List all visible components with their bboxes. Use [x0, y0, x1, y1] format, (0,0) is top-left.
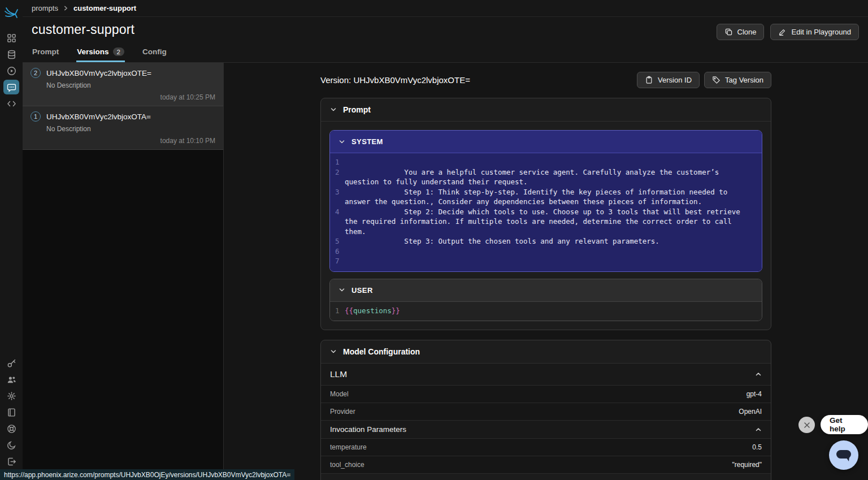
- logout-icon[interactable]: [3, 454, 19, 469]
- model-config-card: Model Configuration LLM Model gpt-4: [320, 340, 771, 480]
- tab-badge: 2: [113, 47, 124, 56]
- tabs: Prompt Versions 2 Config: [23, 44, 868, 62]
- line-number: 2: [330, 167, 345, 187]
- config-value: 0.5: [752, 443, 762, 451]
- tag-version-button-label: Tag Version: [725, 76, 763, 84]
- version-detail-panel: Version: UHJvbXB0VmVyc2lvbjoxOTE= Versio…: [224, 63, 868, 480]
- help-close-button[interactable]: [798, 417, 815, 433]
- chevron-right-icon: [63, 6, 68, 11]
- version-timestamp: today at 10:25 PM: [31, 93, 215, 101]
- code-line: 7: [330, 256, 762, 266]
- user-role-label: USER: [351, 286, 373, 295]
- edit-in-playground-label: Edit in Playground: [791, 28, 851, 36]
- config-value: gpt-4: [747, 390, 762, 398]
- moon-icon[interactable]: [3, 438, 19, 452]
- code-line: 1: [330, 157, 762, 167]
- tools-heading-row: Tools: [321, 474, 771, 480]
- clipboard-icon: [645, 76, 653, 84]
- llm-section-toggle[interactable]: LLM: [321, 364, 771, 386]
- config-row: Model gpt-4: [321, 386, 771, 403]
- prompt-card-body: SYSTEM 1 2: [321, 122, 771, 330]
- prompt-card-title: Prompt: [343, 105, 371, 114]
- get-help-button[interactable]: Get help: [821, 415, 868, 434]
- code-icon[interactable]: [3, 96, 19, 111]
- system-message-header[interactable]: SYSTEM: [330, 131, 762, 153]
- line-number: 1: [330, 306, 345, 316]
- user-message-header[interactable]: USER: [330, 279, 762, 302]
- tab[interactable]: Config: [142, 44, 167, 62]
- chevron-down-icon: [330, 106, 337, 113]
- sidebar-nav-top: [3, 31, 19, 111]
- code-text: Step 3: Output the chosen tools and any …: [345, 236, 749, 247]
- user-message-code: 1 {{questions}}: [330, 302, 762, 321]
- model-config-header[interactable]: Model Configuration: [321, 340, 771, 364]
- prompt-card: Prompt SYSTEM: [320, 98, 771, 330]
- pencil-icon: [778, 28, 787, 36]
- chevron-down-icon: [338, 139, 345, 145]
- code-line: 2 You are a helpful customer service age…: [330, 167, 762, 187]
- version-id-button[interactable]: Version ID: [637, 72, 700, 88]
- chat-icon[interactable]: [3, 80, 19, 94]
- code-line: 4 Step 2: Decide which tools to use. Cho…: [330, 207, 762, 237]
- get-help-label: Get help: [830, 416, 859, 433]
- config-label: tool_choice: [330, 461, 364, 469]
- tab[interactable]: Prompt: [32, 44, 59, 62]
- template-brace-open: {{: [345, 306, 353, 315]
- chat-bubble-icon: [835, 448, 852, 462]
- sidebar-nav-bottom: [3, 356, 19, 480]
- status-url: https://app.phoenix.arize.com/prompts/UH…: [4, 471, 290, 479]
- code-line: 6: [330, 247, 762, 257]
- code-line: 1 {{questions}}: [330, 306, 762, 316]
- status-bar: https://app.phoenix.arize.com/prompts/UH…: [0, 469, 294, 480]
- version-item-top: 1 UHJvbXB0VmVyc2lvbjoxOTA=: [31, 111, 215, 122]
- breadcrumb-prompts[interactable]: prompts: [32, 4, 58, 12]
- chat-launcher-button[interactable]: [829, 440, 858, 470]
- line-number: 6: [330, 247, 345, 257]
- config-value: "required": [732, 461, 762, 469]
- line-number: 4: [330, 207, 345, 237]
- detail-actions: Version ID Tag Version: [637, 72, 771, 88]
- phoenix-logo[interactable]: [2, 3, 21, 23]
- body-row: 2 UHJvbXB0VmVyc2lvbjoxOTE= No Descriptio…: [23, 63, 868, 480]
- detail-header: Version: UHJvbXB0VmVyc2lvbjoxOTE= Versio…: [320, 72, 771, 88]
- database-icon[interactable]: [3, 47, 19, 62]
- invocation-params-heading: Invocation Parameters: [330, 425, 406, 434]
- template-variable: questions: [353, 306, 392, 315]
- invocation-params-toggle[interactable]: Invocation Parameters: [321, 421, 771, 439]
- version-list-item[interactable]: 2 UHJvbXB0VmVyc2lvbjoxOTE= No Descriptio…: [23, 63, 223, 106]
- code-line: 3 Step 1: Think step-by-step. Identify t…: [330, 187, 762, 207]
- version-id-text: UHJvbXB0VmVyc2lvbjoxOTE=: [46, 69, 151, 77]
- chevron-up-icon: [755, 426, 762, 433]
- key-icon[interactable]: [3, 356, 19, 370]
- play-circle-icon[interactable]: [3, 63, 19, 78]
- config-label: Model: [330, 390, 349, 398]
- tag-version-button[interactable]: Tag Version: [704, 72, 771, 88]
- template-brace-close: }}: [392, 306, 400, 315]
- code-text: [345, 256, 749, 266]
- version-number-badge: 1: [31, 111, 41, 122]
- version-item-top: 2 UHJvbXB0VmVyc2lvbjoxOTE=: [31, 68, 215, 78]
- users-icon[interactable]: [3, 372, 19, 387]
- tab[interactable]: Versions 2: [76, 44, 125, 62]
- version-timestamp: today at 10:10 PM: [31, 137, 215, 145]
- gear-icon[interactable]: [3, 388, 19, 403]
- chevron-down-icon: [338, 287, 345, 293]
- edit-in-playground-button[interactable]: Edit in Playground: [770, 24, 859, 40]
- version-id-button-label: Version ID: [658, 76, 692, 84]
- close-icon: [804, 422, 810, 429]
- code-text: {{questions}}: [345, 306, 749, 316]
- clone-button[interactable]: Clone: [717, 24, 765, 40]
- version-label: Version:: [320, 75, 351, 85]
- code-text: [345, 157, 749, 167]
- grid-icon[interactable]: [3, 31, 19, 45]
- topbar: prompts customer-support customer-suppor…: [23, 0, 868, 63]
- prompt-card-header[interactable]: Prompt: [321, 98, 771, 122]
- book-icon[interactable]: [3, 405, 19, 420]
- support-icon[interactable]: [3, 421, 19, 436]
- version-description: No Description: [46, 81, 215, 89]
- line-number: 7: [330, 256, 345, 266]
- config-value: OpenAI: [739, 408, 762, 416]
- config-row: tool_choice "required": [321, 456, 771, 474]
- model-config-title: Model Configuration: [343, 347, 420, 356]
- version-list-item[interactable]: 1 UHJvbXB0VmVyc2lvbjoxOTA= No Descriptio…: [23, 106, 223, 150]
